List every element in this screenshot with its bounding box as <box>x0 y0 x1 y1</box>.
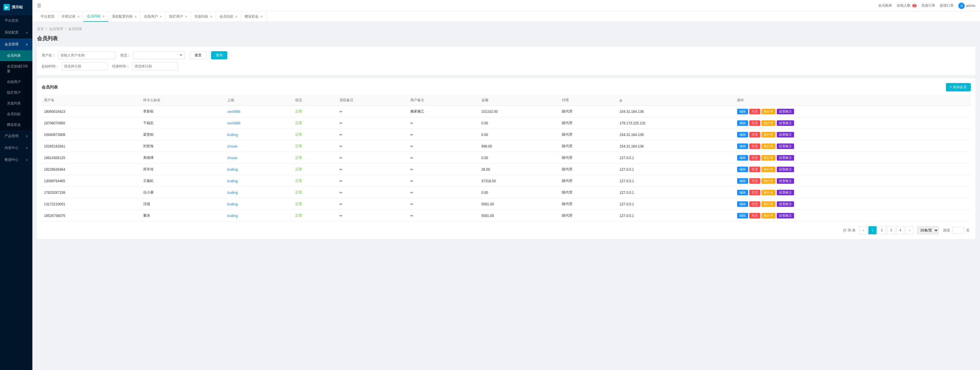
charge-button[interactable]: 充文 <box>749 109 760 114</box>
bank-button[interactable]: 银行卡 <box>761 144 776 149</box>
settings-button[interactable]: 设置账注 <box>777 201 794 207</box>
cell-user-note[interactable]: ✏ <box>408 198 479 210</box>
charge-button[interactable]: 充文 <box>749 190 760 195</box>
cell-user-note[interactable]: ✏ <box>408 210 479 222</box>
bank-button[interactable]: 银行卡 <box>761 201 776 207</box>
cell-user-note[interactable]: ✏ <box>408 175 479 187</box>
settings-button[interactable]: 设置账注 <box>777 190 794 195</box>
cell-sys-note[interactable]: ✏ <box>337 140 408 152</box>
edit-button[interactable]: 编辑 <box>737 155 748 161</box>
page-btn-4[interactable]: 4 <box>896 226 904 234</box>
tab-close-blocked-users[interactable]: ✕ <box>185 15 187 18</box>
settings-button[interactable]: 设置账注 <box>777 144 794 149</box>
tab-member-list[interactable]: 会员列表 ✕ <box>83 11 108 22</box>
edit-button[interactable]: 编辑 <box>737 190 748 195</box>
start-time-input[interactable] <box>61 62 108 70</box>
submit-order-link[interactable]: 提现订单 <box>940 3 954 8</box>
tab-close-recharge-list[interactable]: ✕ <box>210 15 212 18</box>
page-btn-2[interactable]: 2 <box>878 226 886 234</box>
charge-button[interactable]: 充文 <box>749 167 760 172</box>
edit-button[interactable]: 编辑 <box>737 120 748 126</box>
page-btn-1[interactable]: 1 <box>869 226 877 234</box>
cell-sys-note[interactable]: ✏ <box>337 118 408 129</box>
cell-sys-note[interactable]: ✏ <box>337 152 408 164</box>
charge-button[interactable]: 充文 <box>749 120 760 126</box>
search-button[interactable]: 查询 <box>211 51 227 59</box>
add-member-button[interactable]: + 添加会员 <box>946 83 971 91</box>
cell-sys-note[interactable]: ✏ <box>337 175 408 187</box>
settings-button[interactable]: 设置账注 <box>777 155 794 161</box>
reset-button[interactable]: 重置 <box>190 51 207 59</box>
breadcrumb-home[interactable]: 首页 <box>37 27 44 31</box>
charge-button[interactable]: 充文 <box>749 155 760 161</box>
cell-user-note[interactable]: ✏ <box>408 140 479 152</box>
cell-sys-note[interactable]: ✏ <box>337 106 408 118</box>
menu-toggle-icon[interactable]: ☰ <box>37 3 41 8</box>
sidebar-item-data-center[interactable]: 数据中心 ∨ <box>0 154 32 166</box>
edit-button[interactable]: 编辑 <box>737 213 748 218</box>
tab-member-rebate[interactable]: 会员扣款 ✕ <box>216 12 241 21</box>
settings-button[interactable]: 设置账注 <box>777 109 794 114</box>
sidebar-item-system-config[interactable]: 系统配置 ∨ <box>0 27 32 38</box>
edit-button[interactable]: 编辑 <box>737 144 748 149</box>
page-btn-3[interactable]: 3 <box>887 226 895 234</box>
settings-button[interactable]: 设置账注 <box>777 167 794 172</box>
page-prev-btn[interactable]: ‹ <box>859 226 867 234</box>
edit-button[interactable]: 编辑 <box>737 201 748 207</box>
username-input[interactable] <box>58 51 116 59</box>
sidebar-submenu-item-transfer-gold[interactable]: 赠送彩金 <box>0 120 32 130</box>
tab-blocked-users[interactable]: 阻拦用户 ✕ <box>166 12 191 21</box>
bank-button[interactable]: 银行卡 <box>761 120 776 126</box>
tab-platform-home[interactable]: 平台首页 <box>37 12 58 21</box>
sidebar-submenu-item-member-list[interactable]: 会员列表 <box>0 50 32 61</box>
tab-recharge-list[interactable]: 充值列表 ✕ <box>191 12 216 21</box>
tab-system-config-list[interactable]: 系统配置列表 ✕ <box>108 12 140 21</box>
sidebar-item-content-center[interactable]: 内容中心 ∨ <box>0 142 32 154</box>
charge-button[interactable]: 充文 <box>749 144 760 149</box>
cell-sys-note[interactable]: ✏ <box>337 198 408 210</box>
sidebar-submenu-item-add-points[interactable]: 会员加减打码量 <box>0 61 32 77</box>
cell-user-note[interactable]: ✏ <box>408 129 479 140</box>
tab-close-member-rebate[interactable]: ✕ <box>235 15 237 18</box>
settings-button[interactable]: 设置账注 <box>777 132 794 137</box>
bank-button[interactable]: 银行卡 <box>761 213 776 218</box>
bank-button[interactable]: 银行卡 <box>761 167 776 172</box>
sidebar-submenu-item-recharge-list[interactable]: 充值列表 <box>0 98 32 109</box>
sidebar-item-product-mgmt[interactable]: 产品管理 ∨ <box>0 130 32 142</box>
cell-sys-note[interactable]: ✏ <box>337 210 408 222</box>
bank-button[interactable]: 银行卡 <box>761 155 776 161</box>
member-purchase-link[interactable]: 会员购单 <box>878 3 892 8</box>
edit-button[interactable]: 编辑 <box>737 132 748 137</box>
edit-button[interactable]: 编辑 <box>737 178 748 184</box>
cell-sys-note[interactable]: ✏ <box>337 187 408 198</box>
settings-button[interactable]: 设置账注 <box>777 178 794 184</box>
tab-close-open-records[interactable]: ✕ <box>77 15 80 18</box>
status-select[interactable]: 正常 禁用 <box>133 51 185 59</box>
tab-online-users[interactable]: 在线用户 ✕ <box>140 12 166 21</box>
cell-user-note[interactable]: ✏ <box>408 118 479 129</box>
bank-button[interactable]: 银行卡 <box>761 109 776 114</box>
page-size-select[interactable]: 10条/页 20条/页 50条/页 <box>917 226 939 234</box>
end-time-input[interactable] <box>132 62 178 70</box>
sidebar-submenu-item-online-users[interactable]: 在线用户 <box>0 77 32 88</box>
tab-transfer-gold[interactable]: 赠送彩金 ✕ <box>241 12 266 21</box>
breadcrumb-member-mgmt[interactable]: 会员管理 <box>49 27 63 31</box>
sidebar-item-member-mgmt[interactable]: 会员管理 ∧ <box>0 38 32 50</box>
cell-sys-note[interactable]: ✏ <box>337 164 408 175</box>
online-count-link[interactable]: 在线人数 3 <box>897 3 917 8</box>
sidebar-submenu-item-member-rebate[interactable]: 会员扣款 <box>0 109 32 120</box>
charge-button[interactable]: 充文 <box>749 213 760 218</box>
cell-user-note[interactable]: ✏ <box>408 164 479 175</box>
page-next-btn[interactable]: › <box>905 226 913 234</box>
charge-button[interactable]: 充文 <box>749 201 760 207</box>
tab-close-system-config[interactable]: ✕ <box>134 15 137 18</box>
charge-button[interactable]: 充文 <box>749 178 760 184</box>
charge-button[interactable]: 充文 <box>749 132 760 137</box>
cell-sys-note[interactable]: ✏ <box>337 129 408 140</box>
bank-button[interactable]: 银行卡 <box>761 190 776 195</box>
recharge-order-link[interactable]: 充值订单 <box>921 3 935 8</box>
tab-open-records[interactable]: 开奖记录 ✕ <box>58 12 83 21</box>
user-menu[interactable]: A admin <box>958 3 975 9</box>
tab-close-transfer-gold[interactable]: ✕ <box>260 15 262 18</box>
cell-user-note[interactable]: ✏ <box>408 187 479 198</box>
